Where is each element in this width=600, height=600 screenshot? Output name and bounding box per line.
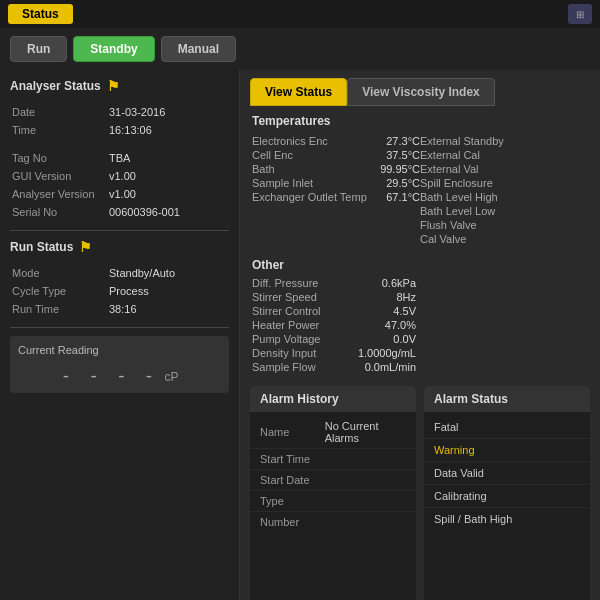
temp-row: Bath 99.95°C <box>252 162 420 176</box>
table-row: Analyser Version v1.00 <box>12 186 227 202</box>
temp-row: Electronics Enc 27.3°C <box>252 134 420 148</box>
mode-label: Mode <box>12 265 107 281</box>
sample-inlet-value: 29.5°C <box>386 177 420 189</box>
alarm-start-time-label: Start Time <box>260 453 332 465</box>
alarm-start-date-label: Start Date <box>260 474 332 486</box>
current-reading-box: Current Reading - - - - cP <box>10 336 229 393</box>
divider-2 <box>10 327 229 328</box>
alarm-row: Number <box>250 512 416 532</box>
temperatures-title: Temperatures <box>252 114 588 128</box>
status-badge: Status <box>8 4 73 24</box>
diff-pressure-value: 0.6kPa <box>382 277 416 289</box>
other-row: Stirrer Control 4.5V <box>252 304 420 318</box>
alarm-history-panel: Alarm History Name No Current Alarms Sta… <box>250 386 416 600</box>
analyser-version-value: v1.00 <box>109 186 227 202</box>
temperatures-grid: Electronics Enc 27.3°C Cell Enc 37.5°C B… <box>252 134 588 246</box>
stirrer-control-value: 4.5V <box>393 305 416 317</box>
stirrer-speed-label: Stirrer Speed <box>252 291 317 303</box>
alarm-status-body: Fatal Warning Data Valid Calibrating Spi… <box>424 412 590 534</box>
spill-enclosure-label: Spill Enclosure <box>420 176 588 190</box>
alarm-status-row-calibrating: Calibrating <box>424 485 590 508</box>
cell-enc-label: Cell Enc <box>252 149 293 161</box>
ext-val-label: External Val <box>420 162 588 176</box>
ext-cal-label: External Cal <box>420 148 588 162</box>
view-viscosity-tab[interactable]: View Viscosity Index <box>347 78 495 106</box>
serial-value: 00600396-001 <box>109 204 227 220</box>
alarm-history-body: Name No Current Alarms Start Time Start … <box>250 412 416 536</box>
bottom-panels: Alarm History Name No Current Alarms Sta… <box>240 380 600 600</box>
analyser-status-label: Analyser Status <box>10 79 101 93</box>
other-section: Other Diff. Pressure 0.6kPa Stirrer Spee… <box>240 254 600 380</box>
alarm-status-header: Alarm Status <box>424 386 590 412</box>
temps-left: Electronics Enc 27.3°C Cell Enc 37.5°C B… <box>252 134 420 246</box>
stirrer-control-label: Stirrer Control <box>252 305 320 317</box>
main-layout: Analyser Status ⚑ Date 31-03-2016 Time 1… <box>0 70 600 600</box>
top-bar: Status ⊞ <box>0 0 600 28</box>
ext-standby-label: External Standby <box>420 134 588 148</box>
elec-enc-value: 27.3°C <box>386 135 420 147</box>
cycle-type-label: Cycle Type <box>12 283 107 299</box>
heater-power-value: 47.0% <box>385 319 416 331</box>
analyser-version-label: Analyser Version <box>12 186 107 202</box>
alarm-row: Start Time <box>250 449 416 470</box>
other-row: Diff. Pressure 0.6kPa <box>252 276 420 290</box>
top-bar-icon[interactable]: ⊞ <box>568 4 592 24</box>
view-tabs: View Status View Viscosity Index <box>240 70 600 106</box>
density-input-label: Density Input <box>252 347 316 359</box>
other-row: Sample Flow 0.0mL/min <box>252 360 420 374</box>
other-row: Heater Power 47.0% <box>252 318 420 332</box>
alarm-status-row-data-valid: Data Valid <box>424 462 590 485</box>
run-warning-icon: ⚑ <box>79 239 92 255</box>
alarm-status-row-spill: Spill / Bath High <box>424 508 590 530</box>
table-row: Serial No 00600396-001 <box>12 204 227 220</box>
other-row: Pump Voltage 0.0V <box>252 332 420 346</box>
analyser-info-table: Date 31-03-2016 Time 16:13:06 Tag No TBA… <box>10 102 229 222</box>
gui-version-label: GUI Version <box>12 168 107 184</box>
flush-valve-label: Flush Valve <box>420 218 588 232</box>
run-status-header: Run Status ⚑ <box>10 239 229 255</box>
temp-row: Sample Inlet 29.5°C <box>252 176 420 190</box>
table-row: Date 31-03-2016 <box>12 104 227 120</box>
elec-enc-label: Electronics Enc <box>252 135 328 147</box>
cycle-type-value: Process <box>109 283 227 299</box>
table-row: Time 16:13:06 <box>12 122 227 138</box>
temp-row: Cell Enc 37.5°C <box>252 148 420 162</box>
temps-right: External Standby External Cal External V… <box>420 134 588 246</box>
analyser-status-header: Analyser Status ⚑ <box>10 78 229 94</box>
left-panel: Analyser Status ⚑ Date 31-03-2016 Time 1… <box>0 70 240 600</box>
right-panel: View Status View Viscosity Index Tempera… <box>240 70 600 600</box>
alarm-row: Start Date <box>250 470 416 491</box>
standby-button[interactable]: Standby <box>73 36 154 62</box>
alarm-row: Name No Current Alarms <box>250 416 416 449</box>
bath-label: Bath <box>252 163 275 175</box>
mode-buttons-bar: Run Standby Manual <box>0 28 600 70</box>
manual-button[interactable]: Manual <box>161 36 236 62</box>
pump-voltage-value: 0.0V <box>393 333 416 345</box>
current-reading-label: Current Reading <box>18 344 221 356</box>
run-status-label: Run Status <box>10 240 73 254</box>
bath-level-high-label: Bath Level High <box>420 190 588 204</box>
time-label: Time <box>12 122 107 138</box>
other-left: Diff. Pressure 0.6kPa Stirrer Speed 8Hz … <box>252 276 420 374</box>
view-status-tab[interactable]: View Status <box>250 78 347 106</box>
exchanger-value: 67.1°C <box>386 191 420 203</box>
cal-valve-label: Cal Valve <box>420 232 588 246</box>
bath-level-low-label: Bath Level Low <box>420 204 588 218</box>
table-row: Run Time 38:16 <box>12 301 227 317</box>
alarm-row: Type <box>250 491 416 512</box>
alarm-status-row-fatal: Fatal <box>424 416 590 439</box>
table-row: Mode Standby/Auto <box>12 265 227 281</box>
current-reading-display: - - - - cP <box>18 364 221 385</box>
gui-version-value: v1.00 <box>109 168 227 184</box>
tagno-value: TBA <box>109 150 227 166</box>
table-row: Cycle Type Process <box>12 283 227 299</box>
alarm-history-header: Alarm History <box>250 386 416 412</box>
sample-flow-value: 0.0mL/min <box>365 361 416 373</box>
run-button[interactable]: Run <box>10 36 67 62</box>
serial-label: Serial No <box>12 204 107 220</box>
other-grid: Diff. Pressure 0.6kPa Stirrer Speed 8Hz … <box>252 276 588 374</box>
cell-enc-value: 37.5°C <box>386 149 420 161</box>
date-label: Date <box>12 104 107 120</box>
table-row: Tag No TBA <box>12 150 227 166</box>
alarm-type-label: Type <box>260 495 332 507</box>
